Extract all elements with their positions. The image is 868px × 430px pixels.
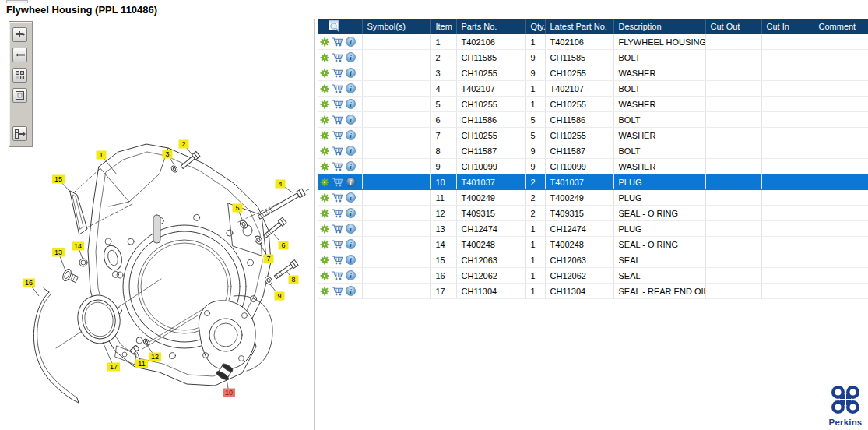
cell-qty: 2 bbox=[525, 174, 545, 190]
table-row[interactable]: i12T4093152T409315SEAL - O RING bbox=[318, 206, 868, 221]
info-icon[interactable]: i bbox=[346, 99, 356, 109]
part-washer-5 bbox=[239, 219, 249, 230]
settings-icon[interactable] bbox=[320, 224, 329, 234]
info-icon[interactable]: i bbox=[346, 239, 356, 249]
info-icon[interactable]: i bbox=[346, 177, 356, 187]
add-to-cart-icon[interactable] bbox=[332, 270, 343, 280]
toggle-list-button[interactable] bbox=[12, 126, 27, 141]
column-header-description: Description bbox=[613, 19, 705, 34]
settings-icon[interactable] bbox=[320, 287, 329, 296]
add-to-cart-icon[interactable] bbox=[332, 68, 343, 78]
callout-8[interactable]: 8 bbox=[286, 271, 299, 284]
fit-page-button[interactable] bbox=[12, 88, 27, 103]
add-to-cart-icon[interactable] bbox=[332, 52, 343, 62]
add-to-cart-icon[interactable] bbox=[332, 146, 343, 156]
zoom-out-icon bbox=[16, 51, 25, 59]
table-row[interactable]: i13CH124741CH12474PLUG bbox=[318, 221, 868, 237]
table-row[interactable]: i3CH102559CH10255WASHER bbox=[318, 65, 868, 81]
add-to-cart-icon[interactable] bbox=[332, 177, 343, 187]
settings-icon[interactable] bbox=[320, 100, 329, 109]
part-seal-17 bbox=[73, 291, 125, 347]
info-icon[interactable]: i bbox=[346, 52, 356, 62]
parts-table-wrap: Symbol(s)ItemParts No.Qty.Latest Part No… bbox=[318, 19, 868, 299]
add-to-cart-icon[interactable] bbox=[332, 192, 343, 203]
table-row[interactable]: i6CH115865CH11586BOLT bbox=[318, 112, 868, 128]
callout-10[interactable]: 10 bbox=[223, 379, 235, 397]
info-icon[interactable]: i bbox=[346, 83, 356, 93]
callout-2[interactable]: 2 bbox=[179, 140, 193, 156]
settings-icon[interactable] bbox=[320, 146, 329, 156]
callout-9[interactable]: 9 bbox=[270, 284, 285, 301]
info-icon[interactable]: i bbox=[346, 115, 356, 125]
cell-latest-part-no: CH12474 bbox=[545, 221, 613, 237]
zoom-area-button[interactable] bbox=[12, 68, 27, 83]
add-to-cart-icon[interactable] bbox=[332, 37, 343, 47]
table-row[interactable]: i2CH115859CH11585BOLT bbox=[318, 50, 868, 65]
settings-icon[interactable] bbox=[320, 256, 329, 265]
table-row[interactable]: i9CH100999CH10099WASHER bbox=[318, 159, 868, 174]
zoom-in-button[interactable] bbox=[12, 27, 27, 42]
callout-16[interactable]: 16 bbox=[23, 279, 39, 297]
table-row[interactable]: i15CH120631CH12063SEAL bbox=[318, 252, 868, 268]
cell-item: 5 bbox=[430, 97, 456, 112]
callout-3[interactable]: 3 bbox=[163, 150, 175, 166]
settings-icon[interactable] bbox=[320, 209, 329, 218]
add-to-cart-icon[interactable] bbox=[332, 208, 343, 218]
info-icon[interactable]: i bbox=[346, 255, 356, 265]
settings-icon[interactable] bbox=[320, 193, 329, 203]
settings-icon[interactable] bbox=[320, 178, 329, 187]
info-icon[interactable]: i bbox=[346, 37, 356, 47]
settings-icon[interactable] bbox=[320, 271, 329, 280]
settings-icon[interactable] bbox=[320, 131, 329, 140]
settings-icon[interactable] bbox=[320, 162, 329, 171]
table-row[interactable]: i11T4002492T400249PLUG bbox=[318, 190, 868, 206]
table-row[interactable]: i14T4002481T400248SEAL - O RING bbox=[318, 237, 868, 252]
callout-11[interactable]: 11 bbox=[135, 352, 148, 368]
settings-icon[interactable] bbox=[320, 84, 329, 93]
table-row[interactable]: i5CH102551CH10255WASHER bbox=[318, 97, 868, 112]
callout-4[interactable]: 4 bbox=[276, 180, 294, 194]
cell-cut-out bbox=[705, 190, 761, 206]
table-row[interactable]: i16CH120621CH12062SEAL bbox=[318, 268, 868, 284]
callout-5[interactable]: 5 bbox=[233, 204, 244, 222]
callout-12[interactable]: 12 bbox=[147, 345, 161, 361]
table-row[interactable]: i8CH115879CH11587BOLT bbox=[318, 143, 868, 159]
add-to-cart-icon[interactable] bbox=[332, 161, 343, 171]
callout-6[interactable]: 6 bbox=[274, 234, 289, 250]
table-row[interactable]: i1T4021061T402106FLYWHEEL HOUSING bbox=[318, 34, 868, 50]
info-icon[interactable]: i bbox=[346, 286, 356, 296]
info-icon[interactable]: i bbox=[346, 270, 356, 280]
cell-latest-part-no: CH10255 bbox=[545, 97, 613, 112]
callout-15[interactable]: 15 bbox=[52, 175, 71, 193]
settings-icon[interactable] bbox=[320, 240, 329, 249]
add-to-cart-icon[interactable] bbox=[332, 239, 343, 249]
table-row[interactable]: i4T4021071T402107BOLT bbox=[318, 81, 868, 97]
add-to-cart-icon[interactable] bbox=[332, 115, 343, 125]
info-icon[interactable]: i bbox=[346, 130, 356, 140]
cell-cut-in bbox=[761, 34, 814, 50]
info-icon[interactable]: i bbox=[346, 224, 356, 234]
zoom-out-button[interactable] bbox=[12, 48, 27, 62]
info-icon[interactable]: i bbox=[346, 68, 356, 78]
info-icon[interactable]: i bbox=[346, 208, 356, 218]
callout-13[interactable]: 13 bbox=[52, 248, 65, 271]
add-to-cart-icon[interactable] bbox=[332, 286, 343, 296]
table-row[interactable]: i17CH113041CH11304SEAL - REAR END OIL bbox=[318, 284, 868, 299]
callout-1[interactable]: 1 bbox=[97, 151, 118, 175]
add-to-cart-icon[interactable] bbox=[332, 130, 343, 140]
info-icon[interactable]: i bbox=[346, 161, 356, 171]
add-to-cart-icon[interactable] bbox=[332, 99, 343, 109]
settings-icon[interactable] bbox=[320, 37, 329, 47]
settings-icon[interactable] bbox=[320, 115, 329, 125]
table-row[interactable]: i7CH102555CH10255WASHER bbox=[318, 128, 868, 143]
callout-14[interactable]: 14 bbox=[72, 242, 84, 259]
add-to-cart-icon[interactable] bbox=[332, 255, 343, 265]
diagram-canvas[interactable]: 1234567891011121314151617 bbox=[0, 19, 314, 430]
add-to-cart-icon[interactable] bbox=[332, 83, 343, 93]
settings-icon[interactable] bbox=[320, 53, 329, 62]
settings-icon[interactable] bbox=[320, 69, 329, 78]
add-to-cart-icon[interactable] bbox=[332, 224, 343, 234]
info-icon[interactable]: i bbox=[346, 192, 356, 203]
table-row[interactable]: i10T4010372T401037PLUG bbox=[318, 174, 868, 190]
info-icon[interactable]: i bbox=[346, 146, 356, 156]
